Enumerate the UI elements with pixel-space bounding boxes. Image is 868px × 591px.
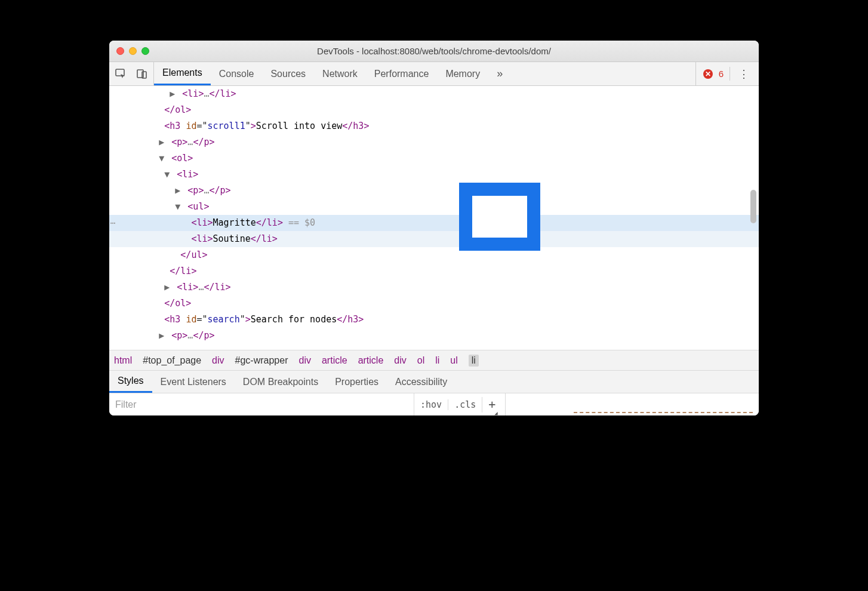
subtab-event-listeners[interactable]: Event Listeners: [152, 371, 235, 393]
tag-close: </li>: [251, 233, 278, 244]
separator: [505, 393, 506, 415]
more-tabs-chevron-icon[interactable]: »: [488, 62, 511, 85]
crumb-html[interactable]: html: [114, 355, 132, 366]
dom-hovered-row[interactable]: <li>Soutine</li>: [109, 231, 759, 247]
tag-open: <li>: [191, 233, 213, 244]
dom-line[interactable]: </ol>: [109, 296, 759, 312]
styles-filter-input[interactable]: [109, 393, 414, 415]
window-title: DevTools - localhost:8080/web/tools/chro…: [109, 46, 759, 56]
toggle-hov-button[interactable]: :hov: [414, 399, 448, 410]
dom-line[interactable]: ▼ <ol>: [109, 150, 759, 167]
tab-sources[interactable]: Sources: [262, 62, 314, 85]
devtools-window: DevTools - localhost:8080/web/tools/chro…: [109, 41, 759, 415]
subtab-dom-breakpoints[interactable]: DOM Breakpoints: [235, 371, 327, 393]
toolbar-right: ✕ 6 ⋮: [695, 62, 759, 85]
tag-close: </li>: [256, 217, 283, 228]
error-icon[interactable]: ✕: [703, 69, 713, 79]
crumb-div[interactable]: div: [212, 355, 224, 366]
traffic-lights: [116, 47, 149, 55]
dom-line[interactable]: ▶ <p>…</p>: [109, 328, 759, 344]
text-node: Search for nodes: [251, 314, 337, 325]
dom-line[interactable]: ▶ <p>…</p>: [109, 183, 759, 199]
dom-line[interactable]: </li>: [109, 263, 759, 279]
dom-line[interactable]: ▶ <p>…</p>: [109, 134, 759, 150]
attr-name: id: [186, 314, 196, 325]
attr-value: scroll1: [208, 121, 245, 131]
tab-memory[interactable]: Memory: [437, 62, 488, 85]
toggle-device-icon[interactable]: [136, 67, 149, 81]
dom-line[interactable]: ▶ <li>…</li>: [109, 279, 759, 296]
dom-line[interactable]: <h3 id="search">Search for nodes</h3>: [109, 312, 759, 328]
error-count[interactable]: 6: [719, 69, 724, 79]
toolbar-left: [109, 62, 154, 85]
dom-line[interactable]: </ol>: [109, 102, 759, 118]
attr-value: search: [208, 314, 240, 325]
inspect-element-icon[interactable]: [114, 67, 127, 81]
crumb-gc-wrapper[interactable]: #gc-wrapper: [235, 355, 288, 366]
tab-console[interactable]: Console: [211, 62, 263, 85]
tab-elements[interactable]: Elements: [154, 62, 211, 85]
toggle-cls-button[interactable]: .cls: [448, 399, 482, 410]
attr-name: id: [186, 121, 196, 131]
crumb-ul[interactable]: ul: [450, 355, 457, 366]
crumb-top-of-page[interactable]: #top_of_page: [143, 355, 201, 366]
kebab-menu-icon[interactable]: ⋮: [736, 67, 752, 81]
minimize-window-button[interactable]: [129, 47, 137, 55]
text-node: Magritte: [213, 217, 256, 228]
dom-line[interactable]: ▶ <li>…</li>: [109, 86, 759, 102]
separator: [730, 67, 730, 81]
crumb-div[interactable]: div: [299, 355, 311, 366]
svg-rect-0: [116, 69, 124, 76]
crumb-ol[interactable]: ol: [417, 355, 424, 366]
elements-dom-tree[interactable]: ▶ <li>…</li> </ol> <h3 id="scroll1">Scro…: [109, 86, 759, 350]
console-ref: == $0: [283, 217, 315, 228]
dom-line[interactable]: </ul>: [109, 247, 759, 263]
crumb-li-current[interactable]: li: [469, 355, 479, 367]
text-node: Scroll into view: [256, 121, 343, 131]
tab-network[interactable]: Network: [314, 62, 366, 85]
annotation-highlight-box: [459, 183, 540, 251]
dom-line[interactable]: <h3 id="scroll1">Scroll into view</h3>: [109, 118, 759, 134]
dom-line[interactable]: ▼ <ul>: [109, 199, 759, 215]
subtab-properties[interactable]: Properties: [327, 371, 387, 393]
styles-controls: :hov .cls +◢: [414, 393, 505, 415]
subtab-accessibility[interactable]: Accessibility: [387, 371, 455, 393]
styles-filter-bar: :hov .cls +◢: [109, 393, 759, 415]
dom-selected-row[interactable]: ⋯ <li>Magritte</li> == $0: [109, 215, 759, 231]
zoom-window-button[interactable]: [141, 47, 149, 55]
window-titlebar: DevTools - localhost:8080/web/tools/chro…: [109, 41, 759, 62]
panel-tabs: Elements Console Sources Network Perform…: [154, 62, 511, 85]
box-model-preview: [574, 393, 759, 415]
subtab-styles[interactable]: Styles: [109, 371, 152, 393]
new-style-rule-button[interactable]: +◢: [482, 397, 504, 413]
close-window-button[interactable]: [116, 47, 124, 55]
text-node: Soutine: [213, 233, 251, 244]
tag-name: h3: [170, 314, 180, 325]
crumb-article[interactable]: article: [358, 355, 384, 366]
dom-breadcrumbs: html #top_of_page div #gc-wrapper div ar…: [109, 350, 759, 370]
main-toolbar: Elements Console Sources Network Perform…: [109, 62, 759, 86]
tag-open: <li>: [191, 217, 213, 228]
box-model-edge: [574, 412, 753, 415]
scrollbar-thumb[interactable]: [750, 190, 756, 223]
dom-line[interactable]: ▼ <li>: [109, 167, 759, 183]
styles-sidebar-tabs: Styles Event Listeners DOM Breakpoints P…: [109, 370, 759, 393]
ellipsis-icon[interactable]: ⋯: [109, 215, 121, 231]
tab-performance[interactable]: Performance: [366, 62, 438, 85]
crumb-div[interactable]: div: [394, 355, 406, 366]
tag-name: h3: [170, 121, 180, 131]
crumb-li[interactable]: li: [435, 355, 439, 366]
crumb-article[interactable]: article: [322, 355, 347, 366]
